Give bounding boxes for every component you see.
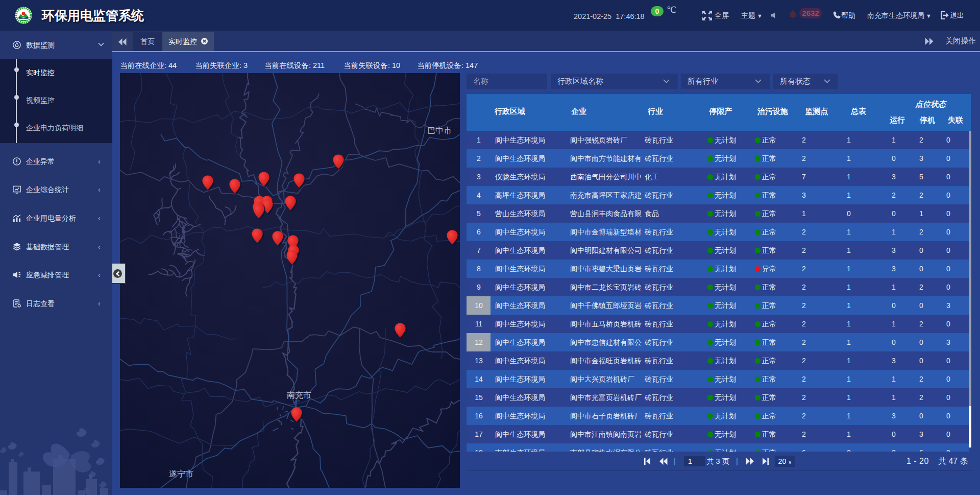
svg-text:南充市: 南充市: [287, 391, 311, 399]
svg-text:巴中市: 巴中市: [427, 126, 452, 135]
svg-text:遂宁市: 遂宁市: [169, 469, 193, 478]
